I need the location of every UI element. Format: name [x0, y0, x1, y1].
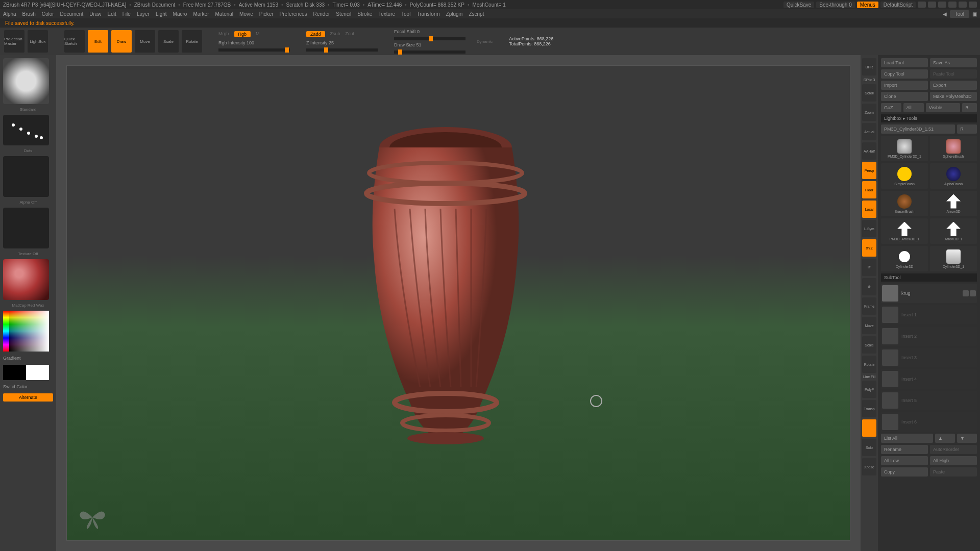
menu-picker[interactable]: Picker [259, 11, 274, 17]
subtool-item-5[interactable]: Insert 5 [881, 391, 977, 410]
save-as-button[interactable]: Save As [930, 58, 977, 67]
goz-all-button[interactable]: All [903, 103, 924, 112]
all-high-button[interactable]: All High [930, 456, 977, 465]
color-picker[interactable] [3, 311, 49, 352]
move-mode-button[interactable]: Move [135, 30, 155, 53]
autoreorder-button[interactable]: AutoReorder [930, 445, 977, 454]
import-button[interactable]: Import [881, 81, 928, 90]
frame-button[interactable]: Frame [862, 297, 876, 315]
spix-label[interactable]: SPix 3 [863, 78, 875, 82]
gradient-label[interactable]: Gradient [3, 355, 53, 362]
actual-button[interactable]: Actual [862, 123, 876, 140]
draw-mode-button[interactable]: Draw [111, 30, 132, 53]
tool-item-arrow3d[interactable]: Arrow3D [930, 191, 977, 216]
menu-texture[interactable]: Texture [378, 11, 395, 17]
menu-file[interactable]: File [122, 11, 131, 17]
menu-layer[interactable]: Layer [137, 11, 150, 17]
scale-mode-button[interactable]: Scale [158, 30, 179, 53]
tool-item-alphabrush[interactable]: AlphaBrush [930, 163, 977, 189]
minimize-button[interactable] [948, 2, 957, 8]
local-button[interactable]: Local [862, 201, 876, 218]
edit-mode-button[interactable]: Edit [88, 30, 108, 53]
menu-preferences[interactable]: Preferences [280, 11, 307, 17]
polyf-button[interactable]: PolyF [862, 381, 876, 398]
subtool-item-krug[interactable]: krug [881, 284, 977, 303]
close-button[interactable] [969, 2, 977, 8]
bpr-button[interactable]: BPR [862, 58, 876, 76]
xpose-button[interactable]: Xpose [862, 458, 876, 475]
tool-item-cylinder3d-1[interactable]: Cylinder3D_1 [930, 246, 977, 271]
menu-render[interactable]: Render [313, 11, 330, 17]
focal-shift-slider[interactable] [394, 37, 465, 40]
quicksketch-button[interactable]: Quick Sketch [64, 30, 85, 53]
menu-macro[interactable]: Macro [173, 11, 187, 17]
canvas-area[interactable] [56, 55, 861, 551]
clone-button[interactable]: Clone [881, 92, 928, 101]
current-tool-name[interactable]: PM3D_Cylinder3D_1.51 [881, 124, 955, 134]
menus-toggle[interactable]: Menus [857, 2, 878, 8]
subtool-down-icon[interactable]: ▼ [957, 434, 977, 443]
subtool-item-1[interactable]: Insert 1 [881, 305, 977, 324]
zsub-toggle[interactable]: Zsub [330, 31, 340, 37]
tool-item-arrow3d-1[interactable]: Arrow3D_1 [930, 218, 977, 244]
scale-view-button[interactable]: Scale [862, 336, 876, 354]
menu-zplugin[interactable]: Zplugin [446, 11, 463, 17]
menu-transform[interactable]: Transform [416, 11, 439, 17]
dynamesh-button[interactable] [862, 419, 876, 437]
transp-button[interactable]: Transp [862, 400, 876, 417]
goz-visible-button[interactable]: Visible [926, 103, 961, 112]
load-tool-button[interactable]: Load Tool [881, 58, 928, 67]
tool-item-pm3d-arrow[interactable]: PM3D_Arrow3D_1 [881, 218, 928, 244]
quicksave-button[interactable]: QuickSave [783, 2, 814, 8]
paste-subtool-button[interactable]: Paste [930, 467, 977, 477]
copy-subtool-button[interactable]: Copy [881, 467, 928, 477]
alternate-button[interactable]: Alternate [3, 393, 53, 402]
secondary-color-swatch[interactable] [3, 365, 26, 380]
z-intensity-slider[interactable] [306, 48, 378, 52]
menu-material[interactable]: Material [215, 11, 234, 17]
tool-item-eraserbrush[interactable]: EraserBrush [881, 191, 928, 216]
tool-item-simplebrush[interactable]: SimpleBrush [881, 163, 928, 189]
menu-stencil[interactable]: Stencil [336, 11, 351, 17]
floor-button[interactable]: Floor [862, 181, 876, 198]
solo-button[interactable]: Solo [862, 439, 876, 456]
rename-button[interactable]: Rename [881, 445, 928, 454]
color-swatches[interactable] [3, 365, 49, 380]
subtool-up-icon[interactable]: ▲ [935, 434, 955, 443]
default-script[interactable]: DefaultScript [880, 2, 916, 8]
tool-r-button[interactable]: R [957, 124, 977, 134]
lightbox-button[interactable]: LightBox [28, 30, 48, 53]
m-toggle[interactable]: M [256, 31, 260, 37]
tool-item-spherebrush[interactable]: SphereBrush [930, 136, 977, 161]
sculpted-mesh[interactable] [318, 107, 573, 464]
rgb-toggle[interactable]: Rgb [234, 31, 251, 37]
rotate-mode-button[interactable]: Rotate [182, 30, 202, 53]
seethrough-slider[interactable]: See-through 0 [816, 2, 854, 8]
subtool-eye-icon[interactable] [970, 290, 976, 296]
xyz-button[interactable]: XYZ [862, 239, 876, 257]
make-polymesh-button[interactable]: Make PolyMesh3D [930, 92, 977, 101]
rgb-intensity-slider[interactable] [218, 48, 290, 52]
window-opt-1[interactable] [918, 2, 926, 8]
aahalf-button[interactable]: AAHalf [862, 142, 876, 160]
panel-collapse-icon[interactable]: ◀ [943, 11, 947, 17]
lsym-button[interactable]: L.Sym [862, 220, 876, 237]
menu-stroke[interactable]: Stroke [357, 11, 372, 17]
window-opt-2[interactable] [928, 2, 936, 8]
menu-document[interactable]: Document [60, 11, 84, 17]
tool-palette-header[interactable]: Tool [950, 10, 969, 18]
subtool-header[interactable]: SubTool [881, 273, 977, 282]
paste-tool-button[interactable]: Paste Tool [930, 69, 977, 79]
mrgb-toggle[interactable]: Mrgb [218, 31, 229, 37]
maximize-button[interactable] [959, 2, 967, 8]
zcut-toggle[interactable]: Zcut [346, 31, 355, 37]
menu-edit[interactable]: Edit [108, 11, 116, 17]
menu-tool[interactable]: Tool [401, 11, 410, 17]
switchcolor-button[interactable]: SwitchColor [3, 383, 53, 390]
subtool-vis-icon[interactable] [963, 290, 969, 296]
viewport[interactable] [66, 65, 850, 541]
menu-light[interactable]: Light [156, 11, 167, 17]
subtool-item-6[interactable]: Insert 6 [881, 412, 977, 432]
subtool-item-3[interactable]: Insert 3 [881, 348, 977, 367]
nav-button-2[interactable]: ⊕ [862, 278, 876, 295]
